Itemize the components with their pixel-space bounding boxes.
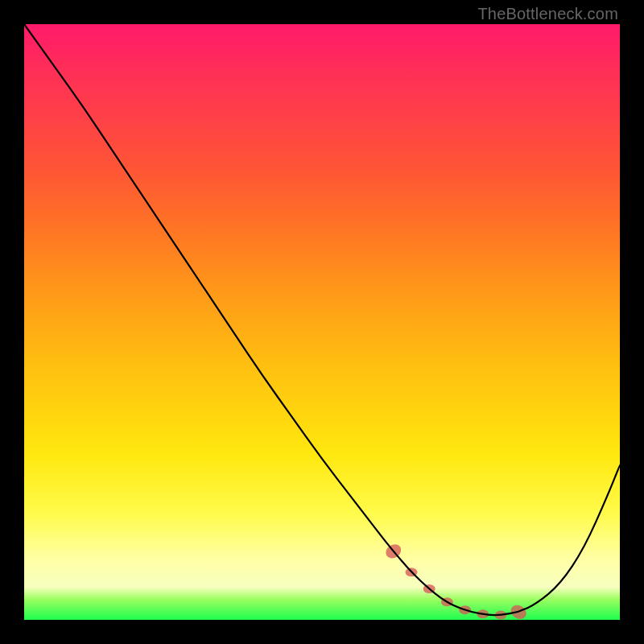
watermark-text: TheBottleneck.com [477, 5, 618, 23]
curve-svg [24, 24, 620, 620]
bottleneck-curve [24, 24, 620, 615]
chart-frame: TheBottleneck.com [0, 0, 644, 644]
plot-area [24, 24, 620, 620]
optimal-band [383, 542, 529, 620]
